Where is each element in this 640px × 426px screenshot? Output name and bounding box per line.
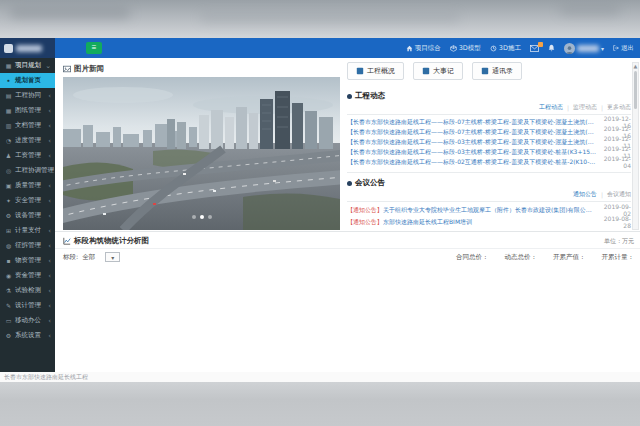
- news-list-item[interactable]: 【长春市东部快速路南延线工程——标段-03主线桥-桥梁工程-盖梁及下横梁砼-桩基…: [347, 147, 631, 157]
- city-aerial-photo: [63, 77, 340, 230]
- filter-link[interactable]: 工程动态: [539, 103, 563, 112]
- sidebar-item-drawing[interactable]: ▦ 图纸管理 ‹: [0, 103, 55, 118]
- chevron-collapsed-icon: ‹: [48, 107, 51, 115]
- sidebar-item-demolition[interactable]: ◍ 征拆管理 ‹: [0, 238, 55, 253]
- user-menu[interactable]: ▾: [564, 43, 604, 54]
- logout-button[interactable]: 退出: [613, 44, 634, 53]
- announcements-title: 会议公告: [355, 178, 385, 188]
- nav-item-3d-construction[interactable]: 3D施工: [490, 44, 521, 53]
- sidebar-item-payroll[interactable]: ♟ 工资管理 ‹: [0, 148, 55, 163]
- dynamics-title: 工程动态: [355, 91, 385, 101]
- quick-link-memo[interactable]: 大事记: [413, 62, 463, 80]
- sidebar-item-label: 工程协同: [15, 91, 41, 100]
- section-filter-value: 全部: [82, 253, 95, 262]
- sidebar-item-label: 图纸管理: [15, 106, 41, 115]
- item-tag: 【通知公告】: [347, 218, 383, 227]
- news-list-item[interactable]: 【通知公告】 东部快速路南延长线工程BIM培训 2019-08-28: [347, 216, 631, 228]
- sidebar-item-coordination[interactable]: ◎ 工程协调管理 ‹: [0, 163, 55, 178]
- metric-label: 动态总价：: [505, 253, 538, 262]
- sidebar-item-safety[interactable]: ✦ 安全管理 ‹: [0, 193, 55, 208]
- flag-icon: [356, 67, 364, 75]
- quick-link-phonebook[interactable]: 通讯录: [472, 62, 522, 80]
- picture-news-header: 图片新闻: [63, 64, 104, 74]
- carousel-dot[interactable]: [208, 215, 212, 219]
- bullet-icon: [347, 181, 352, 186]
- safety-icon: ✦: [5, 197, 12, 204]
- sidebar-item-settings[interactable]: ⚙ 系统设置 ‹: [0, 328, 55, 343]
- news-list-item[interactable]: 【长春市东部快速路南延线工程——标段-03主线桥-桥梁工程-盖梁及下横梁砼-混凝…: [347, 137, 631, 147]
- chevron-collapsed-icon: ‹: [48, 257, 51, 265]
- carousel-dot[interactable]: [200, 215, 204, 219]
- nav-item-3d-model[interactable]: 3D模型: [450, 44, 481, 53]
- dot-icon: •: [5, 77, 12, 84]
- news-list-item[interactable]: 【长春市东部快速路南延线工程——标段-07主线桥-桥梁工程-盖梁及下横梁砼-混凝…: [347, 127, 631, 137]
- sidebar-item-schedule[interactable]: ◔ 进度管理 ‹: [0, 133, 55, 148]
- sidebar-item-funds[interactable]: ◉ 资金管理 ‹: [0, 268, 55, 283]
- sidebar-item-document[interactable]: ▥ 文档管理 ‹: [0, 118, 55, 133]
- footer-project-name: 长春市东部快速路南延长线工程: [4, 373, 88, 382]
- chevron-down-icon: ▾: [111, 254, 114, 261]
- chevron-collapsed-icon: ‹: [48, 137, 51, 145]
- notifications-button[interactable]: [548, 44, 555, 52]
- filter-link[interactable]: 更多动态: [607, 103, 631, 112]
- scrollbar-thumb[interactable]: [634, 71, 637, 109]
- stats-title: 标段构筑物统计分析图: [63, 236, 149, 246]
- chevron-collapsed-icon: ‹: [48, 287, 51, 295]
- quick-link-flag[interactable]: 工程概况: [347, 62, 404, 80]
- news-carousel-image[interactable]: [63, 77, 340, 230]
- chevron-collapsed-icon: ‹: [48, 302, 51, 310]
- sidebar-item-label: 项目规划: [15, 61, 41, 70]
- cube-icon: [450, 45, 457, 52]
- chevron-collapsed-icon: ‹: [48, 272, 51, 280]
- filter-link[interactable]: 会议通知: [607, 190, 631, 199]
- item-link-text: 【长春市东部快速路南延线工程——标段-03主线桥-桥梁工程-盖梁及下横梁砼-混凝…: [347, 138, 597, 147]
- page-footer: 长春市东部快速路南延长线工程: [0, 372, 640, 382]
- nav-item-project-overview[interactable]: 项目综合: [406, 44, 441, 53]
- news-list-item[interactable]: 【通知公告】 关于组织专业大专院校毕业生工地观摩工（附件）长春市政建设(集团)有…: [347, 204, 631, 216]
- bell-icon: [548, 44, 555, 52]
- section-select-dropdown[interactable]: ▾: [105, 252, 120, 262]
- phonebook-icon: [481, 67, 489, 75]
- coordination-icon: ◎: [5, 167, 12, 174]
- materials-icon: ▪: [5, 257, 12, 264]
- messages-button[interactable]: [530, 45, 539, 52]
- sidebar-item-planning-home-active[interactable]: • 规划首页: [0, 73, 55, 88]
- chart-icon: [63, 237, 71, 245]
- home-icon: [406, 45, 413, 52]
- item-link-text: 【长春市东部快速路南延线工程——标段-07主线桥-桥梁工程-盖梁及下横梁砼-混凝…: [347, 118, 597, 127]
- filter-link[interactable]: 监理动态: [573, 103, 597, 112]
- news-list-item[interactable]: 【长春市东部快速路南延线工程——标段-02互通桥-桥梁工程-盖梁及下横梁砼-桩基…: [347, 157, 631, 167]
- divider: [55, 231, 640, 232]
- sidebar-item-payment[interactable]: ⊞ 计量支付 ‹: [0, 223, 55, 238]
- chevron-collapsed-icon: ‹: [48, 152, 51, 160]
- sidebar-item-materials[interactable]: ▪ 物资管理 ‹: [0, 253, 55, 268]
- sidebar-item-label: 文档管理: [15, 121, 41, 130]
- unit-label: 单位：万元: [604, 237, 634, 246]
- sidebar-item-project-planning[interactable]: ▦ 项目规划 ⌄: [0, 58, 55, 73]
- dynamics-list: 【长春市东部快速路南延线工程——标段-07主线桥-桥梁工程-盖梁及下横梁砼-混凝…: [347, 117, 631, 167]
- sidebar-item-mobile-office[interactable]: ▭ 移动办公 ‹: [0, 313, 55, 328]
- section-filter: 标段: 全部 ▾: [63, 252, 120, 262]
- quick-link-label: 工程概况: [367, 66, 395, 76]
- sidebar-item-quality[interactable]: ▣ 质量管理 ‹: [0, 178, 55, 193]
- panel-scrollbar[interactable]: ▲: [632, 62, 639, 230]
- quick-link-label: 大事记: [433, 66, 454, 76]
- section-filter-label: 标段:: [63, 253, 78, 262]
- sidebar-item-testing[interactable]: ⚗ 试验检测 ‹: [0, 283, 55, 298]
- metrics-row: 合同总价：动态总价：开累产值：开累计量：: [456, 253, 634, 262]
- sidebar-item-equipment[interactable]: ⚙ 设备管理 ‹: [0, 208, 55, 223]
- sidebar-item-label: 设备管理: [15, 211, 41, 220]
- news-list-item[interactable]: 【长春市东部快速路南延线工程——标段-07主线桥-桥梁工程-盖梁及下横梁砼-混凝…: [347, 117, 631, 127]
- funds-icon: ◉: [5, 272, 12, 279]
- scroll-up-arrow[interactable]: ▲: [633, 63, 638, 70]
- dynamics-header: 工程动态: [347, 91, 631, 101]
- carousel-dot[interactable]: [192, 215, 196, 219]
- sidebar-item-design[interactable]: ✎ 设计管理 ‹: [0, 298, 55, 313]
- sidebar-toggle-button[interactable]: ≡: [86, 42, 102, 54]
- filter-link[interactable]: 通知公告: [573, 190, 597, 199]
- chevron-collapsed-icon: ‹: [48, 242, 51, 250]
- sidebar-item-collab[interactable]: ▤ 工程协同 ‹: [0, 88, 55, 103]
- quick-link-label: 通讯录: [492, 66, 513, 76]
- testing-icon: ⚗: [5, 287, 12, 294]
- sidebar-item-label: 安全管理: [15, 196, 41, 205]
